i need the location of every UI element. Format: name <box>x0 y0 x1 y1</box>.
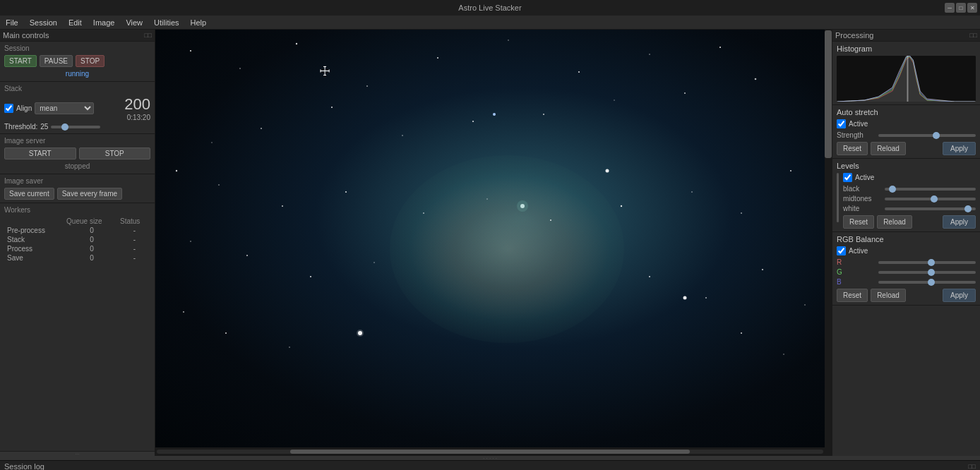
image-saver-section: Image saver Save current Save every fram… <box>0 174 155 203</box>
levels-reload-button[interactable]: Reload <box>877 215 912 229</box>
threshold-label: Threshold: <box>4 123 37 131</box>
svg-point-44 <box>683 296 687 300</box>
vert-scrollbar-thumb[interactable] <box>825 30 832 158</box>
threshold-slider[interactable] <box>51 126 100 128</box>
session-stop-button[interactable]: STOP <box>76 55 104 67</box>
session-log-collapse[interactable]: □□ <box>968 463 976 470</box>
black-slider[interactable] <box>885 188 976 191</box>
workers-col-status: Status <box>119 217 150 226</box>
rgb-reset-button[interactable]: Reset <box>837 289 868 302</box>
menu-file[interactable]: File <box>0 17 24 28</box>
main-controls-header: Main controls □□ <box>0 30 155 42</box>
levels-reset-button[interactable]: Reset <box>843 215 874 229</box>
right-panel: Processing □□ Histogram <box>832 30 980 456</box>
svg-point-3 <box>366 85 368 87</box>
rgb-balance-active-checkbox[interactable] <box>837 246 846 255</box>
titlebar: Astro Live Stacker ─ □ ✕ <box>0 0 980 16</box>
midtones-slider[interactable] <box>885 198 976 200</box>
session-log-title: Session log <box>4 462 44 470</box>
svg-point-33 <box>649 276 650 277</box>
save-every-frame-button[interactable]: Save every frame <box>57 188 122 200</box>
svg-point-48 <box>517 200 528 212</box>
auto-stretch-active-checkbox[interactable] <box>837 119 846 128</box>
stack-mode-select[interactable]: mean median kappa-sigma <box>35 102 94 114</box>
session-pause-button[interactable]: PAUSE <box>40 55 73 67</box>
session-start-button[interactable]: START <box>4 55 37 67</box>
svg-point-8 <box>719 47 721 48</box>
svg-point-21 <box>345 191 347 193</box>
svg-point-40 <box>741 332 742 334</box>
svg-point-9 <box>755 78 757 80</box>
scrollbar-thumb[interactable] <box>290 450 690 454</box>
svg-point-34 <box>705 297 707 299</box>
scrollbar-track <box>157 450 823 454</box>
processing-collapse[interactable]: □□ <box>969 32 977 39</box>
auto-stretch-active-label: Active <box>849 120 868 128</box>
rgb-apply-button[interactable]: Apply <box>943 289 976 302</box>
histogram-section: Histogram <box>832 42 980 105</box>
image-horizontal-scrollbar[interactable] <box>155 447 825 456</box>
auto-stretch-title: Auto stretch <box>837 108 976 116</box>
svg-point-35 <box>762 269 763 270</box>
levels-active-label: Active <box>855 174 874 181</box>
auto-stretch-reload-button[interactable]: Reload <box>871 142 906 155</box>
main-controls-collapse[interactable]: □□ <box>144 32 152 39</box>
minimize-button[interactable]: ─ <box>945 3 955 13</box>
white-label: white <box>843 205 882 212</box>
image-server-start-button[interactable]: START <box>4 147 76 159</box>
b-slider[interactable] <box>878 281 976 284</box>
left-panel-resize-handle[interactable]: ··· <box>0 452 155 456</box>
auto-stretch-reset-button[interactable]: Reset <box>837 142 868 155</box>
menu-utilities[interactable]: Utilities <box>148 17 184 28</box>
levels-active-checkbox[interactable] <box>843 173 852 182</box>
menu-view[interactable]: View <box>120 17 148 28</box>
svg-point-16 <box>261 128 262 129</box>
svg-point-36 <box>804 304 806 306</box>
svg-point-46 <box>606 169 609 173</box>
svg-point-28 <box>790 170 791 171</box>
image-server-status: stopped <box>4 162 150 171</box>
worker-preprocess-name: Pre-process <box>4 226 65 235</box>
align-checkbox[interactable] <box>4 104 13 113</box>
r-slider[interactable] <box>878 261 976 264</box>
svg-point-31 <box>310 276 311 277</box>
session-section: Session START PAUSE STOP running <box>0 42 155 82</box>
session-log-header: Session log □□ <box>0 461 980 470</box>
worker-stack-name: Stack <box>4 235 65 244</box>
menu-image[interactable]: Image <box>88 17 121 28</box>
astro-image[interactable]: ☩ <box>155 30 825 447</box>
worker-save-status: - <box>119 253 150 263</box>
histogram-title: Histogram <box>837 44 976 53</box>
menu-edit[interactable]: Edit <box>63 17 88 28</box>
svg-point-5 <box>508 40 508 40</box>
left-panel: Main controls □□ Session START PAUSE STO… <box>0 30 155 456</box>
rgb-balance-title: RGB Balance <box>837 235 976 243</box>
worker-process-name: Process <box>4 244 65 253</box>
close-button[interactable]: ✕ <box>967 3 977 13</box>
svg-point-0 <box>190 50 191 52</box>
image-server-stop-button[interactable]: STOP <box>79 147 151 159</box>
image-vertical-scrollbar[interactable] <box>825 30 832 456</box>
svg-point-32 <box>374 262 374 263</box>
svg-point-12 <box>543 114 544 115</box>
star-field-svg <box>155 30 825 447</box>
strength-slider[interactable] <box>878 134 976 137</box>
rgb-balance-section: RGB Balance Active R G B Reset Reload Ap… <box>832 232 980 306</box>
stack-time: 0:13:20 <box>124 114 150 121</box>
worker-stack-status: - <box>119 235 150 244</box>
rgb-reload-button[interactable]: Reload <box>871 289 906 302</box>
menu-help[interactable]: Help <box>185 17 213 28</box>
g-slider[interactable] <box>878 271 976 274</box>
white-slider[interactable] <box>885 207 976 210</box>
g-label: G <box>837 268 876 276</box>
align-label: Align <box>16 104 32 112</box>
levels-apply-button[interactable]: Apply <box>943 215 976 229</box>
svg-point-30 <box>246 255 248 256</box>
worker-preprocess-status: - <box>119 226 150 235</box>
menu-session[interactable]: Session <box>24 17 63 28</box>
auto-stretch-apply-button[interactable]: Apply <box>943 142 976 155</box>
save-current-button[interactable]: Save current <box>4 188 54 200</box>
histogram-svg <box>837 56 976 102</box>
processing-title: Processing <box>835 31 873 40</box>
maximize-button[interactable]: □ <box>956 3 966 13</box>
